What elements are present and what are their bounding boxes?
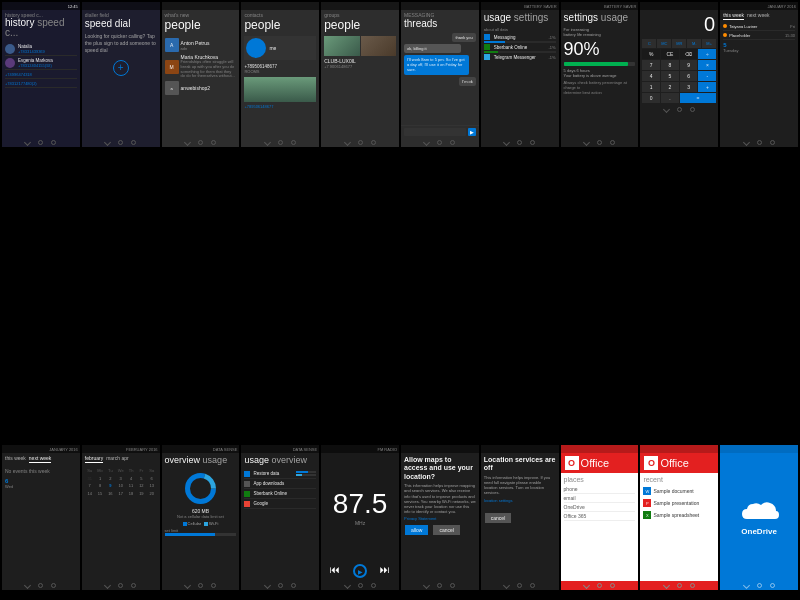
calc-1[interactable]: 1 <box>642 82 660 92</box>
home-btn-8[interactable] <box>597 140 602 145</box>
search-btn-13[interactable] <box>211 583 216 588</box>
calc-c[interactable]: C <box>642 39 656 48</box>
back-btn-9[interactable] <box>663 106 670 113</box>
calc-bs[interactable]: ⌫ <box>680 49 698 59</box>
calc-m-plus[interactable]: M+ <box>702 39 716 48</box>
search-btn-3[interactable] <box>211 140 216 145</box>
search-btn-12[interactable] <box>131 583 136 588</box>
home-btn-11[interactable] <box>38 583 43 588</box>
search-btn-10[interactable] <box>770 140 775 145</box>
search-btn-1[interactable] <box>51 140 56 145</box>
back-btn-12[interactable] <box>104 582 111 589</box>
calc-mul[interactable]: × <box>698 60 716 70</box>
allow-btn[interactable]: allow <box>405 525 428 535</box>
location-settings-link[interactable]: location settings <box>484 498 556 503</box>
home-btn-14[interactable] <box>278 583 283 588</box>
back-btn-10[interactable] <box>743 139 750 146</box>
back-btn-5[interactable] <box>344 139 351 146</box>
back-btn-15[interactable] <box>344 582 351 589</box>
calc-dot[interactable]: . <box>661 93 679 103</box>
home-btn-19[interactable] <box>677 583 682 588</box>
tab-next-week[interactable]: next week <box>747 12 770 20</box>
home-btn-9[interactable] <box>677 107 682 112</box>
cancel-btn-16[interactable]: cancel <box>433 525 459 535</box>
add-btn-2[interactable]: + <box>85 60 157 76</box>
back-btn-16[interactable] <box>423 582 430 589</box>
radio-prev[interactable]: ⏮ <box>330 564 340 578</box>
message-input[interactable] <box>404 128 466 136</box>
calc-plus[interactable]: + <box>698 82 716 92</box>
calc-equals[interactable]: = <box>680 93 716 103</box>
home-btn-2[interactable] <box>118 140 123 145</box>
back-btn-13[interactable] <box>184 582 191 589</box>
home-btn-6[interactable] <box>437 140 442 145</box>
tab-next-week-11[interactable]: next week <box>29 455 52 463</box>
home-btn-18[interactable] <box>597 583 602 588</box>
search-btn-20[interactable] <box>770 583 775 588</box>
back-btn-1[interactable] <box>24 139 31 146</box>
back-btn-18[interactable] <box>583 582 590 589</box>
calc-4[interactable]: 4 <box>642 71 660 81</box>
search-btn-5[interactable] <box>371 140 376 145</box>
calc-6[interactable]: 6 <box>680 71 698 81</box>
back-btn-14[interactable] <box>264 582 271 589</box>
tab-march[interactable]: march apr <box>106 455 129 463</box>
calc-7[interactable]: 7 <box>642 60 660 70</box>
search-btn-18[interactable] <box>610 583 615 588</box>
back-btn-11[interactable] <box>24 582 31 589</box>
calc-0[interactable]: 0 <box>642 93 660 103</box>
back-btn-20[interactable] <box>743 582 750 589</box>
search-btn-8[interactable] <box>610 140 615 145</box>
home-btn-17[interactable] <box>517 583 522 588</box>
send-btn[interactable]: ▶ <box>468 128 476 136</box>
home-btn-5[interactable] <box>358 140 363 145</box>
calc-8[interactable]: 8 <box>661 60 679 70</box>
calc-div[interactable]: ÷ <box>698 49 716 59</box>
home-btn-13[interactable] <box>198 583 203 588</box>
calc-pct[interactable]: % <box>642 49 660 59</box>
tab-feb[interactable]: february <box>85 455 103 463</box>
search-btn-17[interactable] <box>530 583 535 588</box>
back-btn-4[interactable] <box>264 139 271 146</box>
calc-ce[interactable]: CE <box>661 49 679 59</box>
calc-minus[interactable]: - <box>698 71 716 81</box>
search-btn-4[interactable] <box>291 140 296 145</box>
search-btn-15[interactable] <box>371 583 376 588</box>
back-btn-19[interactable] <box>663 582 670 589</box>
back-btn-2[interactable] <box>104 139 111 146</box>
home-btn-16[interactable] <box>437 583 442 588</box>
home-btn-15[interactable] <box>358 583 363 588</box>
privacy-link[interactable]: Privacy Statement <box>404 516 476 521</box>
tab-this-week-11[interactable]: this week <box>5 455 26 463</box>
back-btn-7[interactable] <box>503 139 510 146</box>
search-btn-2[interactable] <box>131 140 136 145</box>
search-btn-19[interactable] <box>690 583 695 588</box>
calc-2[interactable]: 2 <box>661 82 679 92</box>
home-btn-4[interactable] <box>278 140 283 145</box>
radio-next[interactable]: ⏭ <box>380 564 390 578</box>
tab-this-week[interactable]: this week <box>723 12 744 20</box>
search-btn-9[interactable] <box>690 107 695 112</box>
radio-play[interactable]: ▶ <box>353 564 367 578</box>
back-btn-3[interactable] <box>184 139 191 146</box>
calc-mr[interactable]: MR <box>672 39 686 48</box>
calc-3[interactable]: 3 <box>680 82 698 92</box>
calc-5[interactable]: 5 <box>661 71 679 81</box>
home-btn-7[interactable] <box>517 140 522 145</box>
back-btn-17[interactable] <box>503 582 510 589</box>
calc-mc[interactable]: MC <box>657 39 671 48</box>
home-btn-12[interactable] <box>118 583 123 588</box>
calc-m-minus[interactable]: M- <box>687 39 701 48</box>
search-btn-6[interactable] <box>450 140 455 145</box>
home-btn-1[interactable] <box>38 140 43 145</box>
back-btn-6[interactable] <box>423 139 430 146</box>
search-btn-16[interactable] <box>450 583 455 588</box>
search-btn-14[interactable] <box>291 583 296 588</box>
search-btn-7[interactable] <box>530 140 535 145</box>
back-btn-8[interactable] <box>583 139 590 146</box>
home-btn-10[interactable] <box>757 140 762 145</box>
cancel-btn-17[interactable]: cancel <box>485 513 511 523</box>
calc-9[interactable]: 9 <box>680 60 698 70</box>
search-btn-11[interactable] <box>51 583 56 588</box>
home-btn-20[interactable] <box>757 583 762 588</box>
